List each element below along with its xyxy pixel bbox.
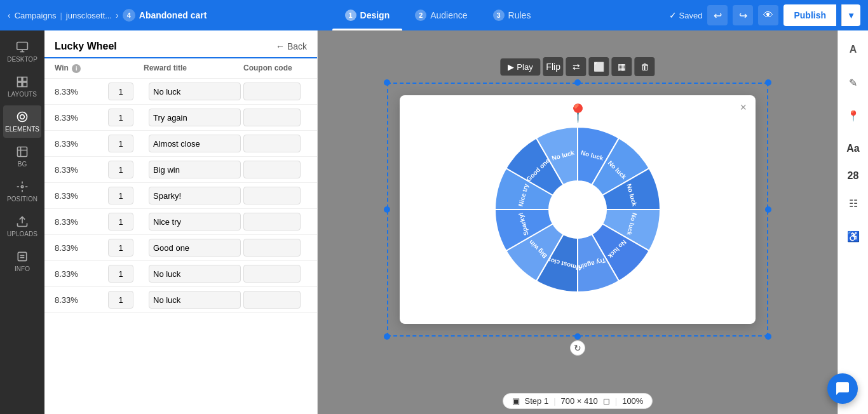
redo-button[interactable]: ↪ (733, 5, 753, 25)
coupon-input-5[interactable] (243, 213, 301, 230)
widget-container[interactable]: ▶ Play Flip ⇄ ⬜ ▦ 🗑 (387, 83, 768, 337)
font-button[interactable]: Aa (842, 137, 865, 160)
location-icon: 📍 (847, 110, 860, 122)
flip-button[interactable]: Flip (543, 57, 564, 76)
panel: Lucky Wheel ← Back Win i Reward title Co… (44, 30, 318, 414)
win-input-2[interactable] (108, 135, 133, 152)
undo-button[interactable]: ↩ (707, 5, 728, 25)
campaigns-link[interactable]: Campaigns (15, 11, 57, 20)
table-header: Win i Reward title Coupon code (44, 58, 317, 79)
win-pct-8: 8.33% (55, 295, 105, 305)
delete-button[interactable]: 🗑 (635, 57, 655, 76)
reward-input-3[interactable] (149, 161, 241, 178)
win-input-3[interactable] (108, 161, 133, 178)
tab-audience[interactable]: 2 Audience (402, 0, 480, 30)
play-button[interactable]: ▶ Play (500, 58, 540, 76)
coupon-input-8[interactable] (243, 291, 301, 309)
preview-button[interactable]: 👁 (758, 5, 778, 25)
svg-point-8 (18, 112, 27, 122)
status-pill: ▣ Step 1 | 700 × 410 ◻ | 100% (503, 393, 653, 409)
sidebar-item-elements[interactable]: ELEMENTS (3, 105, 41, 138)
win-input-5[interactable] (108, 213, 133, 230)
col-win: Win i (55, 63, 105, 73)
handle-tl[interactable] (384, 79, 390, 86)
handle-tr[interactable] (765, 79, 771, 86)
table-row: 8.33% (44, 131, 317, 157)
sidebar-item-position[interactable]: POSITION (3, 175, 41, 208)
flip-label: Flip (546, 62, 560, 72)
reward-input-1[interactable] (149, 109, 241, 126)
win-input-8[interactable] (108, 291, 133, 309)
rotate-handle[interactable]: ↻ (570, 340, 585, 356)
handle-br[interactable] (765, 333, 771, 340)
coupon-input-3[interactable] (243, 161, 301, 178)
reward-input-0[interactable] (149, 83, 241, 100)
sidebar-item-info[interactable]: INFO (3, 245, 41, 277)
reward-input-6[interactable] (149, 239, 241, 257)
chat-bubble[interactable] (827, 373, 858, 404)
handle-tc[interactable] (574, 79, 581, 86)
publish-button[interactable]: Publish (783, 4, 836, 26)
reward-input-7[interactable] (149, 265, 241, 283)
table-row: 8.33% (44, 79, 317, 105)
sidebar-icons: DESKTOP LAYOUTS ELEMENTS BG POSITION UPL… (0, 30, 44, 414)
win-input-0[interactable] (108, 83, 133, 100)
brush-icon: ✎ (849, 77, 857, 89)
coupon-input-4[interactable] (243, 187, 301, 204)
tab-rules[interactable]: 3 Rules (480, 0, 544, 30)
sep1: | (60, 11, 62, 20)
store-link[interactable]: junsclosett... (66, 11, 112, 20)
right-sidebar: A ✎ 📍 Aa 28 ☷ ♿ (837, 30, 868, 414)
filter-button[interactable]: ☷ (842, 192, 865, 215)
accessibility-button[interactable]: ♿ (842, 225, 865, 248)
win-pct-5: 8.33% (55, 217, 105, 227)
tab-design[interactable]: 1 Design (332, 0, 403, 30)
table-row: 8.33% (44, 287, 317, 313)
table-row: 8.33% (44, 209, 317, 235)
publish-dropdown-button[interactable]: ▼ (841, 4, 860, 26)
win-input-6[interactable] (108, 239, 133, 257)
sidebar-item-bg[interactable]: BG (3, 140, 41, 173)
text-style-button[interactable]: A (842, 38, 865, 61)
win-input-1[interactable] (108, 109, 133, 126)
coupon-input-7[interactable] (243, 265, 301, 283)
back-chevron[interactable]: ‹ (8, 10, 11, 20)
win-input-7[interactable] (108, 265, 133, 283)
align-icon: ⇄ (573, 62, 580, 72)
sidebar-item-uploads[interactable]: UPLOADS (3, 210, 41, 243)
svg-rect-12 (18, 252, 26, 260)
reward-input-4[interactable] (149, 187, 241, 204)
align-button[interactable]: ⇄ (566, 57, 587, 76)
text-a-icon: A (850, 44, 857, 55)
svg-rect-6 (23, 83, 27, 87)
chat-icon (835, 381, 850, 396)
sidebar-item-layouts[interactable]: LAYOUTS (3, 70, 41, 103)
coupon-input-6[interactable] (243, 239, 301, 257)
coupon-input-2[interactable] (243, 135, 301, 152)
reward-input-2[interactable] (149, 135, 241, 152)
win-input-4[interactable] (108, 187, 133, 204)
brush-button[interactable]: ✎ (842, 71, 865, 94)
sidebar-uploads-label: UPLOADS (7, 230, 37, 237)
reward-input-8[interactable] (149, 291, 241, 309)
coupon-input-1[interactable] (243, 109, 301, 126)
canvas-area[interactable]: ▶ Play Flip ⇄ ⬜ ▦ 🗑 (318, 30, 837, 414)
sidebar-item-desktop[interactable]: DESKTOP (3, 36, 41, 68)
svg-point-10 (21, 185, 23, 187)
coupon-input-0[interactable] (243, 83, 301, 100)
handle-mr[interactable] (765, 206, 771, 213)
text-button[interactable]: ▦ (612, 57, 632, 76)
check-icon: ✓ (669, 10, 677, 20)
handle-bc[interactable] (574, 333, 581, 340)
win-info-icon[interactable]: i (72, 64, 81, 73)
handle-ml[interactable] (384, 206, 390, 213)
win-pct-7: 8.33% (55, 269, 105, 279)
location-button[interactable]: 📍 (842, 104, 865, 127)
layers-button[interactable]: ⬜ (589, 57, 609, 76)
handle-bl[interactable] (384, 333, 390, 340)
reward-input-5[interactable] (149, 213, 241, 230)
step-label: Step 1 (525, 396, 549, 406)
back-button[interactable]: ← Back (276, 41, 307, 51)
close-popup-button[interactable]: × (740, 102, 747, 113)
wheel-center (549, 181, 606, 238)
